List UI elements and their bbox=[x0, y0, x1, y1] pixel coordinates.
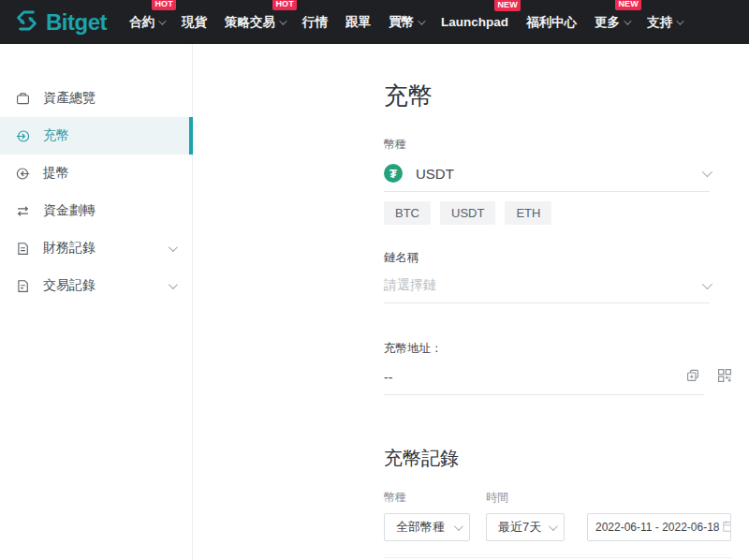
time-filter-select[interactable]: 最近7天 bbox=[486, 513, 565, 541]
chevron-down-icon bbox=[169, 243, 178, 252]
withdraw-icon bbox=[16, 166, 31, 181]
nav-item-support[interactable]: 支持 bbox=[647, 14, 682, 31]
chevron-down-icon bbox=[624, 17, 631, 24]
date-range-picker[interactable]: 2022-06-11 - 2022-06-18 bbox=[587, 513, 731, 541]
chain-label: 鏈名稱 bbox=[384, 250, 732, 266]
hot-badge: HOT bbox=[152, 0, 176, 10]
chevron-down-icon bbox=[676, 17, 683, 24]
sidebar-item-transfer[interactable]: 資金劃轉 bbox=[0, 192, 192, 229]
chevron-down-icon bbox=[549, 522, 558, 531]
chevron-down-icon bbox=[169, 280, 178, 289]
wallet-icon bbox=[16, 91, 31, 106]
date-range-value: 2022-06-11 - 2022-06-18 bbox=[595, 521, 720, 534]
sidebar-item-asset-overview[interactable]: 資產總覽 bbox=[0, 80, 192, 117]
qr-code-icon bbox=[717, 368, 732, 387]
nav-item-strategy-trading[interactable]: 策略交易 HOT bbox=[225, 14, 285, 31]
nav-item-copy-trading[interactable]: 跟單 bbox=[345, 14, 371, 31]
calendar-icon bbox=[722, 520, 731, 536]
chevron-down-icon bbox=[158, 17, 166, 24]
deposit-address-row: -- bbox=[384, 368, 732, 395]
coin-filter-select[interactable]: 全部幣種 bbox=[384, 513, 470, 541]
quick-coin-chip-usdt[interactable]: USDT bbox=[440, 201, 495, 225]
coin-filter-label: 幣種 bbox=[384, 490, 470, 506]
deposit-address-value: -- bbox=[384, 370, 392, 385]
transfer-icon bbox=[16, 203, 31, 218]
deposit-history-title: 充幣記錄 bbox=[384, 446, 732, 471]
quick-coin-chip-eth[interactable]: ETH bbox=[505, 201, 551, 225]
history-filters: 幣種 全部幣種 時間 最近7天 2022-06-11 - 2022-06-18 bbox=[384, 490, 732, 541]
time-filter-label: 時間 bbox=[486, 490, 565, 506]
bitget-logo[interactable]: Bitget bbox=[13, 8, 107, 37]
chevron-down-icon bbox=[454, 522, 463, 531]
nav-item-markets[interactable]: 行情 bbox=[302, 14, 328, 31]
coin-label: 幣種 bbox=[384, 137, 732, 153]
nav-item-buy-crypto[interactable]: 買幣 bbox=[389, 14, 423, 31]
main-nav: 合約 HOT 現貨 策略交易 HOT 行情 跟單 買幣 Launchpad NE… bbox=[129, 14, 699, 31]
copy-address-button[interactable] bbox=[685, 368, 700, 387]
main-panel: 充幣 幣種 ₮ USDT BTC USDT ETH 鏈名稱 請選擇鏈 充幣地址：… bbox=[193, 44, 749, 560]
tether-icon: ₮ bbox=[384, 164, 403, 183]
hot-badge: HOT bbox=[272, 0, 297, 10]
page-title: 充幣 bbox=[384, 80, 732, 112]
show-qr-button[interactable] bbox=[717, 368, 732, 387]
sidebar-item-deposit[interactable]: 充幣 bbox=[0, 117, 192, 155]
brand-name: Bitget bbox=[46, 9, 107, 36]
new-badge: NEW bbox=[494, 0, 521, 11]
chevron-down-icon bbox=[279, 17, 286, 24]
finance-record-icon bbox=[16, 241, 31, 256]
deposit-address-field: -- bbox=[384, 368, 704, 395]
quick-coin-chips: BTC USDT ETH bbox=[384, 201, 732, 225]
nav-item-futures[interactable]: 合約 HOT bbox=[129, 14, 164, 31]
deposit-address-label: 充幣地址： bbox=[384, 341, 732, 357]
nav-item-spot[interactable]: 現貨 bbox=[182, 14, 207, 31]
chevron-down-icon bbox=[702, 167, 712, 177]
chevron-down-icon bbox=[418, 17, 425, 24]
chain-placeholder: 請選擇鏈 bbox=[384, 277, 436, 294]
sidebar-item-finance-records[interactable]: 財務記錄 bbox=[0, 229, 192, 267]
sidebar-item-trade-records[interactable]: 交易記錄 bbox=[0, 267, 192, 304]
new-badge: NEW bbox=[615, 0, 641, 10]
nav-item-more[interactable]: 更多 NEW bbox=[595, 14, 629, 31]
quick-coin-chip-btc[interactable]: BTC bbox=[384, 201, 431, 225]
top-navigation: Bitget 合約 HOT 現貨 策略交易 HOT 行情 跟單 買幣 Launc… bbox=[0, 0, 749, 44]
nav-item-launchpad[interactable]: Launchpad NEW bbox=[441, 15, 508, 29]
deposit-icon bbox=[16, 128, 31, 143]
coin-select[interactable]: ₮ USDT bbox=[384, 164, 710, 192]
trade-record-icon bbox=[16, 278, 31, 293]
sidebar-item-withdraw[interactable]: 提幣 bbox=[0, 155, 192, 192]
nav-item-rewards-center[interactable]: 福利中心 bbox=[526, 14, 577, 31]
bitget-logo-icon bbox=[13, 8, 40, 37]
chain-select[interactable]: 請選擇鏈 bbox=[384, 277, 710, 303]
copy-icon bbox=[685, 368, 700, 387]
selected-coin: USDT bbox=[416, 166, 454, 182]
chevron-down-icon bbox=[702, 279, 712, 289]
assets-sidebar: 資產總覽 充幣 提幣 bbox=[0, 44, 193, 560]
